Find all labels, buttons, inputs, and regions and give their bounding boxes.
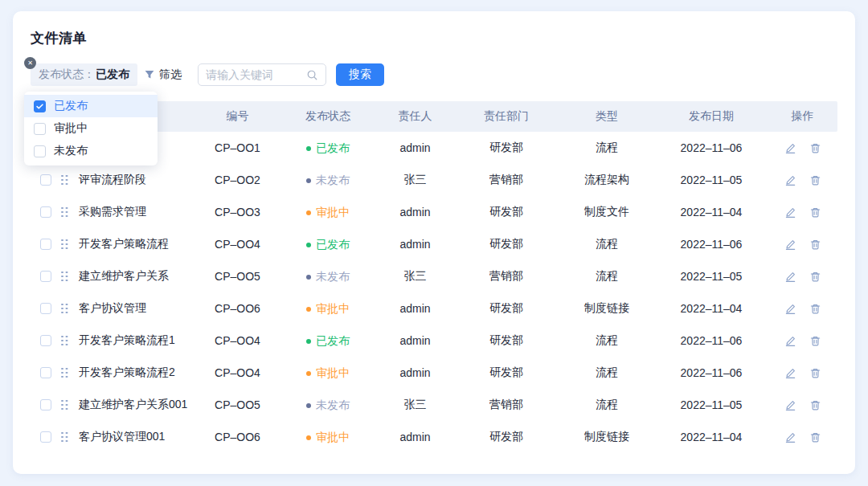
- cell-status: 已发布: [280, 333, 376, 349]
- cell-code: CP–OO4: [195, 334, 280, 347]
- cell-date: 2022–11–05: [655, 270, 768, 283]
- drag-handle-icon[interactable]: [61, 272, 68, 282]
- pencil-icon[interactable]: [784, 142, 796, 154]
- dropdown-option-published[interactable]: 已发布: [24, 95, 158, 117]
- page-title: 文件清单: [31, 29, 837, 47]
- close-icon[interactable]: ✕: [24, 57, 36, 69]
- row-checkbox[interactable]: [40, 335, 51, 346]
- status-badge: 审批中: [306, 302, 350, 317]
- document-name: 客户协议管理001: [79, 430, 165, 444]
- filter-dropdown: 已发布 审批中 未发布: [24, 92, 158, 165]
- trash-icon[interactable]: [809, 335, 821, 347]
- row-checkbox[interactable]: [40, 431, 51, 443]
- drag-handle-icon[interactable]: [61, 432, 68, 443]
- pencil-icon[interactable]: [784, 303, 796, 315]
- status-dot-icon: [306, 403, 311, 408]
- filter-tag[interactable]: 发布状态： 已发布: [31, 63, 137, 86]
- row-checkbox[interactable]: [40, 303, 51, 314]
- search-input[interactable]: [206, 68, 306, 81]
- table-row: 评审流程阶段 CP–OO2 未发布 张三 营销部 流程架构 2022–11–05: [31, 164, 837, 196]
- pencil-icon[interactable]: [784, 367, 796, 379]
- filter-tag-value: 已发布: [96, 67, 129, 82]
- status-text: 审批中: [316, 431, 350, 445]
- cell-actions: [768, 174, 837, 186]
- status-text: 审批中: [316, 302, 350, 317]
- dropdown-option-unpublished[interactable]: 未发布: [24, 140, 158, 162]
- cell-name: 建立维护客户关系001: [31, 398, 195, 412]
- document-name: 建立维护客户关系001: [79, 398, 187, 412]
- row-checkbox[interactable]: [40, 206, 51, 218]
- trash-icon[interactable]: [809, 174, 821, 186]
- drag-handle-icon[interactable]: [61, 368, 68, 378]
- trash-icon[interactable]: [809, 239, 821, 251]
- cell-department: 研发部: [454, 237, 559, 251]
- cell-department: 研发部: [454, 205, 559, 219]
- cell-date: 2022–11–06: [655, 141, 768, 154]
- dropdown-option-pending[interactable]: 审批中: [24, 117, 158, 140]
- column-header-code: 编号: [195, 109, 280, 124]
- pencil-icon[interactable]: [784, 271, 796, 283]
- row-checkbox[interactable]: [40, 239, 51, 250]
- drag-handle-icon[interactable]: [61, 207, 68, 218]
- pencil-icon[interactable]: [784, 399, 796, 411]
- pencil-icon[interactable]: [784, 431, 796, 443]
- cell-owner: 张三: [376, 173, 454, 187]
- cell-status: 未发布: [280, 398, 376, 413]
- cell-status: 未发布: [280, 269, 376, 284]
- cell-owner: admin: [376, 141, 454, 154]
- cell-department: 研发部: [454, 366, 559, 380]
- pencil-icon[interactable]: [784, 206, 796, 218]
- status-badge: 未发布: [306, 270, 350, 284]
- drag-handle-icon[interactable]: [61, 239, 68, 250]
- magnifier-icon: [306, 69, 318, 81]
- trash-icon[interactable]: [809, 367, 821, 379]
- cell-actions: [768, 431, 837, 443]
- status-badge: 审批中: [306, 366, 350, 381]
- drag-handle-icon[interactable]: [61, 175, 68, 186]
- cell-owner: admin: [376, 431, 454, 443]
- column-header-status: 发布状态: [280, 109, 376, 124]
- cell-owner: admin: [376, 238, 454, 251]
- checkbox-checked-icon[interactable]: [34, 100, 46, 112]
- cell-actions: [768, 303, 837, 315]
- pencil-icon[interactable]: [784, 335, 796, 347]
- document-name: 开发客户策略流程1: [79, 333, 175, 348]
- cell-date: 2022–11–04: [655, 431, 768, 443]
- cell-owner: 张三: [376, 269, 454, 284]
- row-checkbox[interactable]: [40, 174, 51, 186]
- cell-code: CP–OO2: [195, 174, 280, 186]
- table-row: 建立维护客户关系001 CP–OO5 未发布 张三 营销部 流程 2022–11…: [31, 389, 837, 421]
- trash-icon[interactable]: [809, 303, 821, 315]
- checkbox-icon[interactable]: [34, 123, 46, 135]
- cell-code: CP–OO6: [195, 302, 280, 315]
- pencil-icon[interactable]: [784, 239, 796, 251]
- status-dot-icon: [306, 339, 311, 344]
- pencil-icon[interactable]: [784, 174, 796, 186]
- trash-icon[interactable]: [809, 431, 821, 443]
- drag-handle-icon[interactable]: [61, 304, 68, 314]
- trash-icon[interactable]: [809, 142, 821, 154]
- cell-owner: admin: [376, 334, 454, 347]
- cell-code: CP–OO6: [195, 431, 280, 443]
- trash-icon[interactable]: [809, 271, 821, 283]
- status-dot-icon: [306, 243, 311, 247]
- drag-handle-icon[interactable]: [61, 336, 68, 346]
- trash-icon[interactable]: [809, 399, 821, 411]
- cell-type: 流程: [559, 398, 655, 412]
- table-row: 采购需求管理 CP–OO3 审批中 admin 研发部 制度文件 2022–11…: [31, 196, 837, 228]
- document-name: 评审流程阶段: [79, 173, 146, 187]
- drag-handle-icon[interactable]: [61, 400, 68, 410]
- filter-button[interactable]: 筛选: [144, 67, 182, 82]
- document-name: 开发客户策略流程: [79, 237, 169, 251]
- checkbox-icon[interactable]: [34, 145, 46, 157]
- row-checkbox[interactable]: [40, 367, 51, 378]
- cell-department: 研发部: [454, 333, 559, 348]
- cell-status: 审批中: [280, 205, 376, 220]
- row-checkbox[interactable]: [40, 399, 51, 410]
- cell-name: 采购需求管理: [31, 205, 195, 219]
- cell-name: 客户协议管理: [31, 301, 195, 316]
- row-checkbox[interactable]: [40, 271, 51, 282]
- status-badge: 已发布: [306, 334, 350, 349]
- search-button[interactable]: 搜索: [336, 63, 384, 86]
- trash-icon[interactable]: [809, 206, 821, 218]
